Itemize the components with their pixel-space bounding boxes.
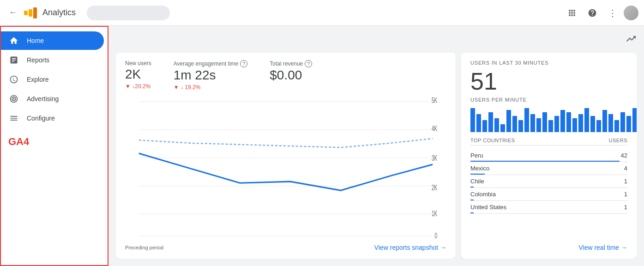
country-bar (470, 212, 474, 213)
country-name: Colombia (470, 191, 624, 198)
sidebar-item-explore[interactable]: Explore (1, 70, 104, 89)
rt-bar-item (590, 116, 595, 132)
top-bar: ← Analytics ⋮ (0, 0, 644, 26)
svg-text:2K: 2K (432, 183, 437, 192)
metric-label-new-users: New users (125, 60, 151, 66)
country-count: 1 (624, 178, 627, 185)
top-countries-label: TOP COUNTRIES (470, 138, 515, 143)
country-count: 42 (621, 152, 627, 159)
preceding-label: Preceding period (125, 245, 163, 250)
metric-engagement: Average engagement time ? 1m 22s ▼ ↓ 19.… (174, 60, 248, 91)
rt-bar-item (542, 112, 547, 132)
rt-bar-item (500, 124, 505, 132)
rt-per-minute-label: USERS PER MINUTE (470, 97, 627, 103)
user-avatar[interactable] (624, 6, 638, 20)
realtime-card: USERS IN LAST 30 MINUTES 51 USERS PER MI… (461, 53, 637, 259)
sidebar-label-reports: Reports (27, 56, 49, 64)
rt-bar-item (584, 108, 589, 132)
metric-change-engagement: ▼ ↓ 19.2% (174, 84, 248, 91)
app-title: Analytics (42, 8, 76, 18)
country-name: Mexico (470, 165, 624, 172)
svg-text:5K: 5K (432, 96, 437, 104)
advertising-icon (8, 94, 19, 103)
country-row[interactable]: United States1 (470, 201, 627, 214)
sidebar-item-reports[interactable]: Reports (1, 51, 104, 69)
view-reports-link[interactable]: View reports snapshot → (374, 244, 446, 251)
country-count: 4 (624, 165, 627, 172)
rt-bar-item (626, 116, 631, 132)
rt-bar-item (596, 120, 601, 132)
rt-bar-item (572, 118, 577, 132)
rt-bar-item (470, 108, 475, 132)
rt-footer: View real time → (470, 244, 627, 251)
sidebar: Home Reports Explore Ad (0, 26, 108, 266)
svg-text:0: 0 (435, 232, 438, 240)
trend-icon[interactable] (626, 33, 637, 47)
reports-icon (8, 55, 19, 65)
svg-text:3K: 3K (432, 154, 437, 162)
chart-area: 5K 4K 3K 2K 1K 0 (125, 94, 446, 242)
rt-bar-item (482, 120, 487, 132)
metric-label-revenue: Total revenue ? (270, 60, 312, 67)
users-column-label: USERS (609, 138, 627, 143)
metric-label-engagement: Average engagement time ? (174, 60, 248, 67)
rt-bar-chart (470, 108, 627, 132)
sidebar-label-configure: Configure (27, 115, 55, 122)
country-row[interactable]: Peru42 (470, 149, 627, 162)
rt-bar-item (632, 108, 637, 132)
sidebar-item-advertising[interactable]: Advertising (1, 90, 104, 108)
rt-bar-item (476, 114, 481, 132)
main-chart-card: New users 2K ▼ ↓20.2% Average engagement… (116, 53, 456, 259)
apps-button[interactable] (563, 4, 581, 22)
country-count: 1 (624, 191, 627, 198)
home-icon (8, 36, 19, 45)
metric-revenue: Total revenue ? $0.00 (270, 60, 312, 91)
rt-bar-item (530, 114, 535, 132)
country-count: 1 (624, 204, 627, 211)
country-bar (470, 187, 474, 187)
sidebar-label-advertising: Advertising (27, 95, 59, 103)
cards-row: New users 2K ▼ ↓20.2% Average engagement… (116, 53, 637, 259)
view-realtime-link[interactable]: View real time → (578, 244, 627, 251)
more-button[interactable]: ⋮ (603, 4, 622, 22)
metric-value-new-users: 2K (125, 66, 151, 82)
country-name: Chile (470, 178, 624, 185)
country-row[interactable]: Mexico4 (470, 162, 627, 175)
rt-bar-item (518, 120, 523, 132)
metric-new-users: New users 2K ▼ ↓20.2% (125, 60, 151, 91)
rt-bar-item (494, 118, 499, 132)
rt-bar-item (506, 110, 511, 132)
explore-icon (8, 75, 19, 84)
country-bar (470, 200, 474, 200)
svg-text:01: 01 (237, 241, 242, 242)
sidebar-item-home[interactable]: Home (1, 31, 104, 50)
rt-bar-item (524, 108, 529, 132)
svg-text:1K: 1K (432, 210, 437, 218)
rt-bar-item (560, 110, 565, 132)
metric-value-revenue: $0.00 (270, 67, 312, 83)
help-button[interactable] (583, 4, 602, 22)
content-header (116, 33, 637, 47)
sidebar-item-configure[interactable]: Configure (1, 109, 104, 127)
rt-bar-item (548, 120, 553, 132)
ga4-badge: GA4 (1, 128, 108, 151)
help-icon-engagement[interactable]: ? (240, 60, 247, 67)
country-bar (470, 174, 485, 175)
main-content: New users 2K ▼ ↓20.2% Average engagement… (108, 26, 644, 266)
rt-section-label: USERS IN LAST 30 MINUTES (470, 60, 627, 66)
account-selector[interactable] (87, 6, 170, 20)
help-icon-revenue[interactable]: ? (305, 60, 312, 67)
back-button[interactable]: ← (6, 6, 20, 20)
countries-header: TOP COUNTRIES USERS (470, 138, 627, 145)
countries-list: Peru42Mexico4Chile1Colombia1United State… (470, 149, 627, 214)
rt-bar-item (614, 120, 619, 132)
country-name: United States (470, 204, 624, 211)
rt-bar-item (536, 118, 541, 132)
rt-bar-item (488, 112, 493, 132)
rt-bar-item (578, 114, 583, 132)
country-row[interactable]: Chile1 (470, 175, 627, 188)
country-bar (470, 161, 620, 162)
country-name: Peru (470, 152, 621, 159)
metrics-row: New users 2K ▼ ↓20.2% Average engagement… (125, 60, 446, 91)
country-row[interactable]: Colombia1 (470, 188, 627, 201)
